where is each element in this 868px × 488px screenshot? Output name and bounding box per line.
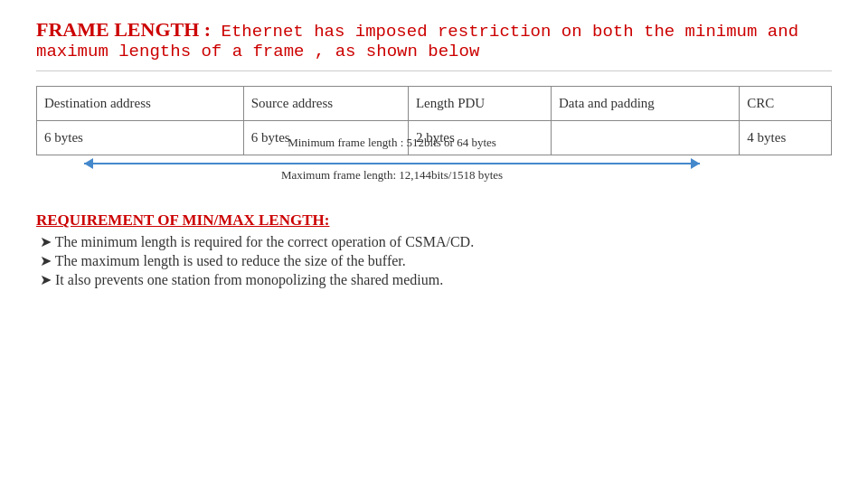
cell-crc-bytes: 4 bytes <box>740 121 832 155</box>
frame-length-title: FRAME LENGTH : <box>36 18 211 41</box>
section-divider <box>36 70 832 71</box>
col-header-crc: CRC <box>740 87 832 121</box>
requirements-title: REQUIREMENT OF MIN/MAX LENGTH: <box>36 211 832 230</box>
frame-length-arrow: Minimum frame length : 512bits or 64 byt… <box>84 163 700 164</box>
cell-dest-bytes: 6 bytes <box>37 121 244 155</box>
max-frame-label: Maximum frame length: 12,144bits/1518 by… <box>281 168 503 183</box>
arrow-container: Minimum frame length : 512bits or 64 byt… <box>84 163 784 204</box>
col-header-source: Source address <box>243 87 408 121</box>
min-frame-label: Minimum frame length : 512bits or 64 byt… <box>288 136 496 150</box>
requirements-section: REQUIREMENT OF MIN/MAX LENGTH: ➤ The min… <box>36 211 832 288</box>
col-header-destination: Destination address <box>37 87 244 121</box>
req-item-1: ➤ The minimum length is required for the… <box>36 233 832 250</box>
col-header-data: Data and padding <box>552 87 740 121</box>
cell-data-bytes <box>552 121 740 155</box>
req-item-3: ➤ It also prevents one station from mono… <box>36 271 832 288</box>
col-header-length: Length PDU <box>408 87 551 121</box>
req-item-2: ➤ The maximum length is used to reduce t… <box>36 252 832 269</box>
